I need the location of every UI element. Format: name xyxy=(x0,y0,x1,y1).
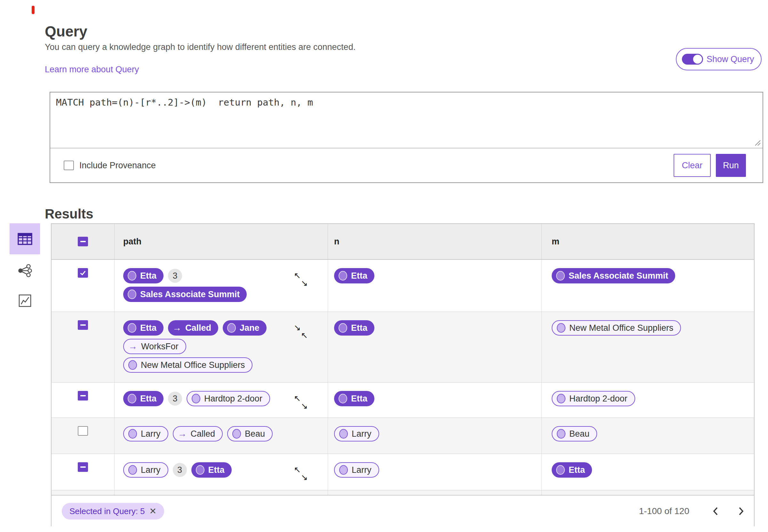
pagination: 1-100 of 120 xyxy=(639,502,749,521)
node-pill[interactable]: Beau xyxy=(552,426,597,441)
node-pill[interactable]: Etta xyxy=(123,268,164,283)
table-row: Etta3Hardtop 2-door↖↘EttaHardtop 2-door xyxy=(52,383,754,418)
node-pill[interactable]: Larry xyxy=(123,426,168,441)
node-pill[interactable]: Larry xyxy=(334,426,379,441)
row-checkbox-cell xyxy=(52,490,114,495)
row-checkbox[interactable] xyxy=(78,320,88,330)
chart-view-button[interactable] xyxy=(10,287,40,314)
node-icon xyxy=(128,429,137,439)
edge-pill[interactable]: →Called xyxy=(168,320,218,336)
expand-row-icon[interactable]: ↖↘ xyxy=(294,394,310,411)
clear-button[interactable]: Clear xyxy=(674,154,711,177)
node-pill[interactable]: Etta xyxy=(334,268,374,283)
pill-label: New Metal Office Suppliers xyxy=(141,360,245,370)
node-pill[interactable]: Hardtop 2-door xyxy=(187,391,270,406)
node-icon xyxy=(556,271,565,281)
run-button[interactable]: Run xyxy=(716,154,746,177)
pill-label: Beau xyxy=(245,429,265,439)
edge-pill[interactable]: →WorksFor xyxy=(123,339,186,354)
chip-close-icon[interactable]: ✕ xyxy=(149,507,157,516)
path-line: Sales Associate Summit xyxy=(123,287,289,302)
graph-view-button[interactable] xyxy=(10,257,40,284)
include-provenance-checkbox[interactable] xyxy=(64,161,74,170)
node-pill[interactable]: Etta xyxy=(334,391,374,406)
pill-label: Etta xyxy=(569,465,585,475)
path-line: Larry3Etta xyxy=(123,462,289,478)
row-checkbox[interactable] xyxy=(78,391,88,401)
pill-label: Etta xyxy=(140,323,156,333)
path-line: Etta3 xyxy=(123,268,289,283)
pill-label: Etta xyxy=(140,394,156,404)
node-pill[interactable]: Sales Associate Summit xyxy=(123,287,247,302)
pill-label: Etta xyxy=(351,271,367,281)
row-checkbox[interactable] xyxy=(78,426,88,436)
row-checkbox-cell xyxy=(52,312,114,382)
chevron-left-icon xyxy=(712,506,719,516)
edge-pill[interactable]: →Called xyxy=(173,426,223,441)
node-icon xyxy=(339,394,347,403)
node-icon xyxy=(196,465,204,475)
node-icon xyxy=(128,271,136,281)
m-cell: Sales Associate Summit xyxy=(541,260,754,312)
toggle-switch-icon[interactable] xyxy=(682,54,702,65)
query-editor: MATCH path=(n)-[r*..2]->(m) return path,… xyxy=(50,92,763,183)
node-pill[interactable]: Etta xyxy=(552,462,592,478)
node-pill[interactable]: Hardtop 2-door xyxy=(552,391,635,406)
pill-label: Etta xyxy=(351,394,367,404)
node-pill[interactable]: New Metal Office Suppliers xyxy=(552,320,681,336)
path-line: Larry→CalledBeau xyxy=(123,426,289,441)
node-icon xyxy=(556,465,565,475)
include-provenance-option[interactable]: Include Provenance xyxy=(64,161,156,171)
n-cell xyxy=(328,490,541,495)
node-icon xyxy=(339,323,347,333)
hop-count-badge: 3 xyxy=(173,463,187,477)
path-cell xyxy=(114,490,328,495)
node-pill[interactable]: Beau xyxy=(227,426,273,441)
selected-in-query-chip[interactable]: Selected in Query: 5 ✕ xyxy=(62,503,164,520)
page-description: You can query a knowledge graph to ident… xyxy=(45,42,356,52)
node-pill[interactable]: Etta xyxy=(123,320,164,336)
n-cell: Larry xyxy=(328,418,541,454)
pill-label: Larry xyxy=(141,429,161,439)
table-row: Larry3Etta↖↘LarryEtta xyxy=(52,454,754,490)
expand-row-icon[interactable]: ↖↘ xyxy=(294,271,310,288)
query-input[interactable]: MATCH path=(n)-[r*..2]->(m) return path,… xyxy=(50,92,763,148)
show-query-label: Show Query xyxy=(707,54,754,64)
previous-page-button[interactable] xyxy=(708,502,723,521)
node-pill[interactable]: New Metal Office Suppliers xyxy=(123,357,252,373)
table-view-button[interactable] xyxy=(10,223,40,254)
node-pill[interactable]: Jane xyxy=(223,320,267,336)
include-provenance-label: Include Provenance xyxy=(79,161,156,171)
path-cell: Larry→CalledBeau xyxy=(114,418,328,454)
results-table: path n m Etta3Sales Associate Summit↖↘Et… xyxy=(51,223,755,526)
node-pill[interactable]: Etta xyxy=(334,320,374,336)
next-page-button[interactable] xyxy=(733,502,749,521)
row-checkbox-cell xyxy=(52,454,114,490)
hop-count-badge: 3 xyxy=(168,392,182,406)
node-icon xyxy=(339,271,347,281)
pill-label: Etta xyxy=(208,465,225,475)
node-pill[interactable]: Etta xyxy=(191,462,232,478)
show-query-toggle[interactable]: Show Query xyxy=(676,48,762,70)
collapse-row-icon[interactable]: ↘↖ xyxy=(294,323,310,340)
path-line: Etta3Hardtop 2-door xyxy=(123,391,289,406)
learn-more-link[interactable]: Learn more about Query xyxy=(45,65,139,75)
node-pill[interactable]: Larry xyxy=(123,462,168,478)
select-all-checkbox[interactable] xyxy=(78,237,88,246)
expand-row-icon[interactable]: ↖↘ xyxy=(294,465,310,482)
node-icon xyxy=(557,429,565,439)
row-checkbox[interactable] xyxy=(78,462,88,472)
node-icon xyxy=(192,394,200,403)
results-title: Results xyxy=(45,206,93,222)
node-icon xyxy=(557,323,565,333)
row-checkbox[interactable] xyxy=(78,268,88,278)
node-pill[interactable]: Sales Associate Summit xyxy=(552,268,675,283)
table-view-icon xyxy=(18,233,32,245)
path-cell: Etta3Sales Associate Summit↖↘ xyxy=(114,260,328,312)
m-cell: Hardtop 2-door xyxy=(541,383,754,417)
node-pill[interactable]: Larry xyxy=(334,462,379,478)
table-header-row: path n m xyxy=(52,224,754,260)
node-icon xyxy=(128,323,136,333)
node-pill[interactable]: Etta xyxy=(123,391,164,406)
path-cell: Larry3Etta↖↘ xyxy=(114,454,328,490)
